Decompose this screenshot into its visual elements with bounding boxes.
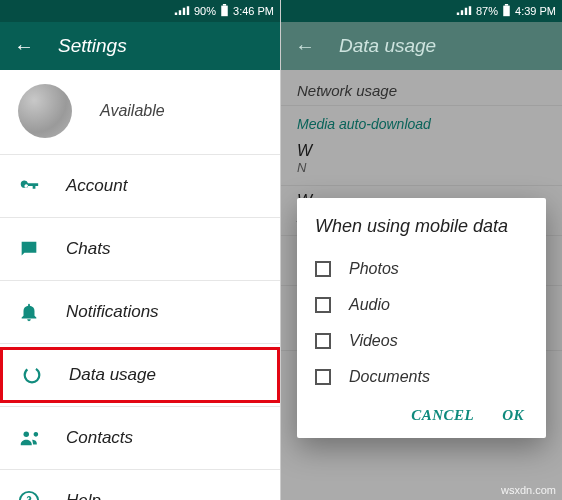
battery-pct: 90% [194, 5, 216, 17]
phone-data-usage: 87% 4:39 PM ← Data usage Network usage M… [281, 0, 562, 500]
signal-icon [456, 6, 472, 16]
divider [0, 343, 280, 344]
menu-item-help[interactable]: Help [0, 476, 280, 500]
signal-icon [174, 6, 190, 16]
svg-point-4 [20, 492, 38, 500]
back-icon[interactable]: ← [14, 35, 34, 58]
checkbox[interactable] [315, 333, 331, 349]
dialog-option-photos[interactable]: Photos [315, 251, 528, 287]
profile-row[interactable]: Available [0, 70, 280, 148]
dialog-option-label: Audio [349, 296, 390, 314]
divider [0, 406, 280, 407]
battery-icon [220, 4, 229, 19]
avatar[interactable] [18, 84, 72, 138]
svg-rect-1 [223, 4, 226, 6]
svg-rect-6 [505, 4, 508, 6]
mobile-data-dialog: When using mobile data PhotosAudioVideos… [297, 198, 546, 438]
settings-content: Available AccountChatsNotificationsData … [0, 70, 280, 500]
status-bar: 90% 3:46 PM [0, 0, 280, 22]
menu-item-notifications[interactable]: Notifications [0, 287, 280, 337]
menu-item-label: Data usage [69, 365, 156, 385]
menu-item-label: Account [66, 176, 127, 196]
divider [0, 217, 280, 218]
status-bar: 87% 4:39 PM [281, 0, 562, 22]
menu-item-label: Chats [66, 239, 110, 259]
menu-item-data-usage[interactable]: Data usage [0, 347, 280, 403]
dialog-option-label: Videos [349, 332, 398, 350]
status-time: 3:46 PM [233, 5, 274, 17]
data-icon [21, 364, 43, 386]
header-title: Data usage [339, 35, 436, 57]
divider [0, 469, 280, 470]
battery-icon [502, 4, 511, 19]
dialog-option-label: Photos [349, 260, 399, 278]
bell-icon [18, 301, 40, 323]
status-time: 4:39 PM [515, 5, 556, 17]
key-icon [18, 175, 40, 197]
phone-settings: 90% 3:46 PM ← Settings Available Account… [0, 0, 281, 500]
profile-status: Available [100, 102, 165, 120]
chat-icon [18, 238, 40, 260]
data-usage-content: Network usage Media auto-download W N W … [281, 70, 562, 500]
back-icon[interactable]: ← [295, 35, 315, 58]
svg-point-2 [25, 368, 40, 383]
contacts-icon [18, 427, 40, 449]
dialog-option-videos[interactable]: Videos [315, 323, 528, 359]
svg-rect-0 [221, 5, 228, 16]
svg-rect-5 [503, 5, 510, 16]
svg-point-3 [24, 432, 30, 438]
cancel-button[interactable]: CANCEL [411, 407, 474, 424]
checkbox[interactable] [315, 297, 331, 313]
help-icon [18, 490, 40, 500]
header: ← Settings [0, 22, 280, 70]
menu-item-account[interactable]: Account [0, 161, 280, 211]
watermark: wsxdn.com [501, 484, 556, 496]
menu-item-chats[interactable]: Chats [0, 224, 280, 274]
checkbox[interactable] [315, 369, 331, 385]
menu-item-label: Contacts [66, 428, 133, 448]
header: ← Data usage [281, 22, 562, 70]
dialog-title: When using mobile data [315, 216, 528, 237]
header-title: Settings [58, 35, 127, 57]
menu-item-label: Notifications [66, 302, 159, 322]
divider [0, 280, 280, 281]
menu-item-contacts[interactable]: Contacts [0, 413, 280, 463]
battery-pct: 87% [476, 5, 498, 17]
menu-item-label: Help [66, 491, 101, 500]
dialog-actions: CANCEL OK [315, 395, 528, 428]
dialog-option-label: Documents [349, 368, 430, 386]
divider [0, 154, 280, 155]
dialog-option-audio[interactable]: Audio [315, 287, 528, 323]
checkbox[interactable] [315, 261, 331, 277]
dialog-option-documents[interactable]: Documents [315, 359, 528, 395]
ok-button[interactable]: OK [502, 407, 524, 424]
